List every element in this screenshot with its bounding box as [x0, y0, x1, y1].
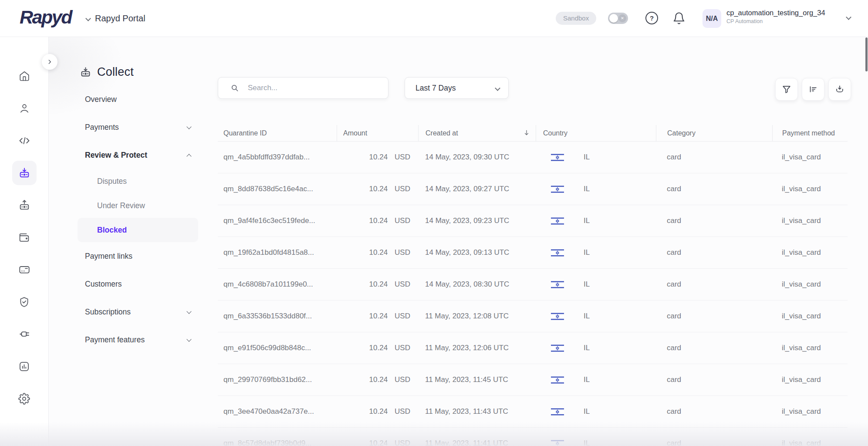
- org-name: cp_automation_testing_org_34: [726, 9, 825, 17]
- table-row[interactable]: qm_4c6808b7a101199e0... 10.24 USD 14 May…: [218, 269, 848, 301]
- cell-payment-method: il_visa_card: [782, 375, 821, 384]
- cell-category: card: [667, 344, 681, 352]
- search-box: [218, 77, 388, 99]
- cell-created-at: 14 May, 2023, 09:27 UTC: [425, 185, 509, 193]
- sidebar-item-under-review[interactable]: Under Review: [49, 193, 213, 218]
- sidebar-item-customers[interactable]: Customers: [49, 270, 213, 298]
- sidebar-expand-button[interactable]: [42, 54, 57, 70]
- rail-customers-icon[interactable]: [15, 99, 34, 118]
- table-row[interactable]: qm_29970769fbb31bd62... 10.24 USD 11 May…: [218, 364, 848, 396]
- table-row[interactable]: qm_8dd87638d5c16e4ac... 10.24 USD 14 May…: [218, 173, 848, 205]
- cell-amount-value: 10.24: [369, 312, 388, 321]
- rail-analytics-icon[interactable]: [15, 357, 34, 376]
- rail-verify-shield-icon[interactable]: [15, 292, 34, 311]
- sidebar-item-disputes[interactable]: Disputes: [49, 169, 213, 193]
- notifications-bell-icon[interactable]: [672, 12, 686, 25]
- cell-category: card: [667, 153, 681, 162]
- cell-created-at: 14 May, 2023, 09:13 UTC: [425, 248, 509, 257]
- rail-card-issuing-icon[interactable]: [15, 260, 34, 279]
- cell-amount-currency: USD: [395, 153, 410, 162]
- table-row[interactable]: qm_8c57d8dabf739b0d9... 10.24 USD 11 May…: [218, 428, 848, 446]
- collect-sidebar: Collect Overview Payments Review & Prote…: [49, 37, 213, 446]
- cell-country-code: IL: [584, 153, 590, 162]
- chevron-icon: [187, 153, 192, 157]
- vertical-scrollbar[interactable]: [865, 37, 868, 71]
- table-row[interactable]: qm_e91f506c99d8b848c... 10.24 USD 11 May…: [218, 332, 848, 364]
- sidebar-item-label: Payments: [85, 123, 119, 132]
- table-row[interactable]: qm_19f62a1bd0fd4815a8... 10.24 USD 14 Ma…: [218, 237, 848, 269]
- sidebar-item-payment-features[interactable]: Payment features: [49, 326, 213, 354]
- search-input[interactable]: [248, 84, 381, 92]
- cell-amount-currency: USD: [395, 280, 410, 289]
- sort-button[interactable]: [802, 78, 824, 101]
- portal-switcher[interactable]: Rapyd Portal: [86, 0, 145, 37]
- chevron-icon: [187, 125, 192, 129]
- topbar: Rapyd Rapyd Portal Sandbox ✕ ? N/A cp_au…: [0, 0, 868, 37]
- israel-flag-icon: [551, 280, 564, 289]
- sidebar-item-label: Disputes: [97, 177, 127, 186]
- chevron-icon: [187, 310, 192, 314]
- table-row[interactable]: qm_9af4fe16c3ec519fede... 10.24 USD 14 M…: [218, 205, 848, 237]
- cell-amount-currency: USD: [395, 216, 410, 225]
- table-row[interactable]: qm_4a5bbfdffd397ddfab... 10.24 USD 14 Ma…: [218, 142, 848, 173]
- sandbox-badge: Sandbox: [556, 12, 596, 25]
- cell-amount-currency: USD: [395, 312, 410, 321]
- column-header-amount[interactable]: Amount: [337, 125, 418, 141]
- cell-quarantine-id: qm_e91f506c99d8b848c...: [223, 344, 311, 352]
- sidebar-item-payments[interactable]: Payments: [49, 113, 213, 141]
- cell-amount-currency: USD: [395, 407, 410, 416]
- toggle-knob: [609, 14, 618, 23]
- sandbox-toggle[interactable]: ✕: [608, 13, 628, 24]
- column-header-payment-method[interactable]: Payment method: [772, 125, 848, 141]
- israel-flag-icon: [551, 375, 564, 385]
- cell-payment-method: il_visa_card: [782, 439, 821, 446]
- sidebar-item-subscriptions[interactable]: Subscriptions: [49, 298, 213, 326]
- sidebar-item-blocked[interactable]: Blocked: [78, 218, 198, 242]
- cell-country-code: IL: [584, 248, 590, 257]
- rail-developers-code-icon[interactable]: [15, 131, 34, 150]
- chevron-down-icon: [496, 86, 500, 90]
- table-actions: [775, 78, 851, 101]
- download-button[interactable]: [828, 78, 851, 101]
- sidebar-item-overview[interactable]: Overview: [49, 85, 213, 113]
- cell-payment-method: il_visa_card: [782, 185, 821, 193]
- column-header-created-at[interactable]: Created at: [418, 125, 536, 141]
- rail-home-icon[interactable]: [15, 67, 34, 86]
- cell-country-code: IL: [584, 344, 590, 352]
- column-header-country[interactable]: Country: [536, 125, 656, 141]
- sidebar-item-label: Payment features: [85, 335, 145, 345]
- rail-integrations-plug-icon[interactable]: [15, 324, 34, 344]
- sidebar-item-review-protect[interactable]: Review & Protect: [49, 141, 213, 169]
- sidebar-item-payment-links[interactable]: Payment links: [49, 242, 213, 270]
- cell-created-at: 14 May, 2023, 09:30 UTC: [425, 153, 509, 162]
- rail-settings-gear-icon[interactable]: [15, 389, 34, 408]
- rail-collect-icon[interactable]: [15, 163, 34, 182]
- cell-payment-method: il_visa_card: [782, 344, 821, 352]
- rail-wallet-icon[interactable]: [15, 228, 34, 247]
- table-row[interactable]: qm_6a33536b1533dd80f... 10.24 USD 11 May…: [218, 301, 848, 332]
- help-icon[interactable]: ?: [645, 12, 658, 24]
- cell-payment-method: il_visa_card: [782, 280, 821, 289]
- org-menu[interactable]: cp_automation_testing_org_34 CP Automati…: [726, 9, 825, 24]
- cell-created-at: 11 May, 2023, 12:08 UTC: [425, 312, 509, 321]
- rapyd-logo[interactable]: Rapyd: [20, 7, 71, 28]
- cell-amount-value: 10.24: [369, 216, 388, 225]
- sort-lines-icon: [808, 84, 818, 94]
- rail-disburse-icon[interactable]: [15, 196, 34, 215]
- column-header-category[interactable]: Category: [656, 125, 772, 141]
- column-header-quarantine-id[interactable]: Quarantine ID: [218, 125, 337, 141]
- cell-created-at: 14 May, 2023, 08:30 UTC: [425, 280, 509, 289]
- israel-flag-icon: [551, 153, 564, 162]
- cell-quarantine-id: qm_29970769fbb31bd62...: [223, 375, 312, 384]
- avatar[interactable]: N/A: [703, 9, 721, 28]
- cell-payment-method: il_visa_card: [782, 312, 821, 321]
- org-chevron-down-icon[interactable]: [847, 15, 851, 19]
- cell-payment-method: il_visa_card: [782, 248, 821, 257]
- org-subtitle: CP Automation: [726, 18, 825, 24]
- cell-quarantine-id: qm_4c6808b7a101199e0...: [223, 280, 313, 289]
- date-range-select[interactable]: Last 7 Days: [405, 77, 509, 99]
- table-row[interactable]: qm_3ee470e0aa42a737e... 10.24 USD 11 May…: [218, 396, 848, 428]
- filter-button[interactable]: [775, 78, 798, 101]
- cell-created-at: 14 May, 2023, 09:23 UTC: [425, 216, 509, 225]
- cell-country-code: IL: [584, 185, 590, 193]
